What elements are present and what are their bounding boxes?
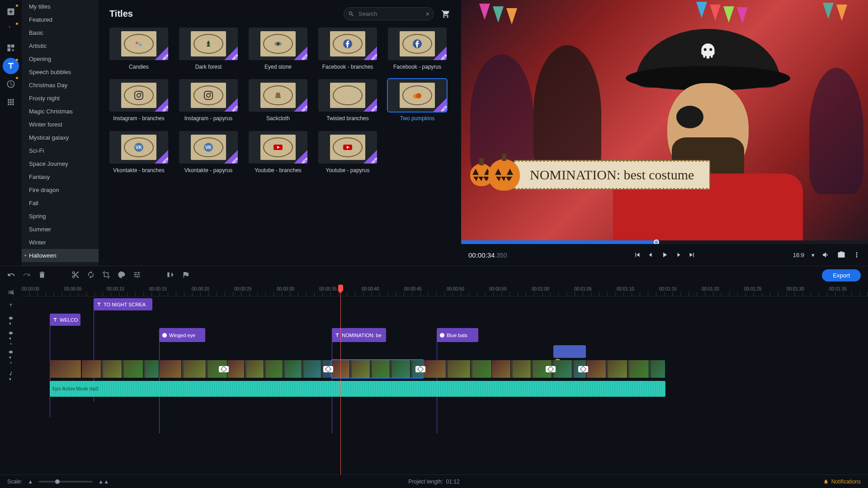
- category-item[interactable]: Basic: [22, 26, 99, 39]
- camera-icon[interactable]: [837, 251, 845, 259]
- rail-effects-button[interactable]: [3, 22, 19, 38]
- transition-marker[interactable]: [219, 366, 229, 372]
- category-item[interactable]: Featured: [22, 13, 99, 26]
- category-item[interactable]: Halloween: [22, 249, 99, 262]
- cart-icon[interactable]: [441, 9, 450, 19]
- audio-track[interactable]: Epic Action Movie mp3: [22, 380, 868, 398]
- category-item[interactable]: Magic Christmas: [22, 105, 99, 118]
- video-clip[interactable]: [424, 360, 491, 378]
- title-tile[interactable]: VKVkontakte - papyrus: [179, 131, 238, 174]
- play-icon[interactable]: [660, 251, 669, 259]
- category-item[interactable]: Summer: [22, 223, 99, 236]
- sticker-track[interactable]: Winged eyeNOMINATION: beBlue bats: [22, 327, 868, 343]
- marker-button[interactable]: [182, 271, 190, 280]
- color-button[interactable]: [118, 271, 126, 280]
- cut-button[interactable]: [71, 271, 80, 280]
- category-item[interactable]: Mystical galaxy: [22, 131, 99, 144]
- video-clip[interactable]: [82, 360, 159, 378]
- export-button[interactable]: Export: [822, 269, 861, 282]
- title-tile[interactable]: Eyed stone: [249, 28, 307, 70]
- add-track-button[interactable]: [0, 286, 22, 298]
- rail-more-button[interactable]: [3, 94, 19, 110]
- zoom-out-icon[interactable]: ▲: [28, 479, 33, 485]
- title-tile[interactable]: Dark forest: [179, 28, 238, 70]
- title-tile[interactable]: Youtube - branches: [249, 131, 307, 174]
- category-item[interactable]: My titles: [22, 0, 99, 13]
- rotate-button[interactable]: [87, 271, 95, 280]
- search-clear-icon[interactable]: ×: [426, 10, 429, 18]
- title-tile[interactable]: Youtube - papyrus: [318, 131, 377, 174]
- category-item[interactable]: Fantasy: [22, 170, 99, 183]
- title-tile[interactable]: Instagram - branches: [109, 79, 168, 122]
- adjust-button[interactable]: [133, 271, 141, 280]
- category-item[interactable]: Frosty night: [22, 92, 99, 105]
- sticker-clip[interactable]: Blue bats: [437, 328, 478, 342]
- title-tile[interactable]: VKVkontakte - branches: [109, 131, 168, 174]
- category-item[interactable]: Opening: [22, 52, 99, 66]
- aspect-ratio-label[interactable]: 16:9: [793, 252, 804, 258]
- undo-button[interactable]: [7, 271, 15, 280]
- prev-frame-icon[interactable]: [647, 251, 655, 259]
- title-tile[interactable]: Sackcloth: [249, 79, 307, 122]
- transition-marker[interactable]: [323, 366, 333, 372]
- overlay-track[interactable]: 🎃: [22, 343, 868, 360]
- rail-stickers-button[interactable]: [3, 76, 19, 92]
- video-clip[interactable]: [159, 360, 227, 378]
- crop-button[interactable]: [102, 271, 110, 280]
- video-clip[interactable]: [492, 360, 586, 378]
- notifications-button[interactable]: Notifications: [823, 479, 861, 485]
- rail-titles-button[interactable]: [3, 58, 19, 74]
- timeline-ruler[interactable]: 00:00:0000:00:0500:00:1000:00:1500:00:20…: [22, 285, 868, 296]
- delete-button[interactable]: [38, 271, 46, 280]
- audio-clip[interactable]: Epic Action Movie mp3: [50, 381, 665, 397]
- category-item[interactable]: Sci-Fi: [22, 144, 99, 157]
- scale-slider[interactable]: [38, 481, 93, 483]
- video-clip[interactable]: [586, 360, 665, 378]
- redo-button[interactable]: [23, 271, 31, 280]
- category-item[interactable]: Space Journey: [22, 157, 99, 170]
- title-clip[interactable]: NOMINATION: be: [332, 328, 386, 342]
- rail-import-button[interactable]: [3, 4, 19, 20]
- category-item[interactable]: Fire dragon: [22, 183, 99, 197]
- category-item[interactable]: Winter forest: [22, 118, 99, 131]
- audio-track-controls[interactable]: [0, 367, 22, 386]
- rail-transitions-button[interactable]: [3, 40, 19, 56]
- title-tile[interactable]: Facebook - papyrus: [388, 28, 447, 70]
- title-track[interactable]: WELCO: [22, 313, 868, 327]
- overlay-track-controls[interactable]: [0, 329, 22, 348]
- video-track-controls[interactable]: [0, 348, 22, 367]
- title-tile[interactable]: Twisted branches: [318, 79, 377, 122]
- category-item[interactable]: Speech bubbles: [22, 66, 99, 79]
- playhead[interactable]: [340, 285, 341, 474]
- category-item[interactable]: Fall: [22, 197, 99, 210]
- title-tile[interactable]: Instagram - papyrus: [179, 79, 238, 122]
- category-item[interactable]: Christmas Day: [22, 79, 99, 92]
- sticker-track-controls[interactable]: [0, 313, 22, 329]
- chevron-down-icon[interactable]: ▾: [811, 252, 815, 258]
- video-clip[interactable]: [332, 360, 423, 378]
- video-clip[interactable]: [227, 360, 331, 378]
- search-input[interactable]: [344, 7, 434, 20]
- title-tile[interactable]: Two pumpkins: [388, 79, 447, 122]
- sticker-clip[interactable]: Winged eye: [159, 328, 205, 342]
- title-track-controls[interactable]: [0, 298, 22, 313]
- preview-scrubber[interactable]: [461, 240, 868, 244]
- volume-icon[interactable]: [822, 251, 830, 259]
- overlay-clip[interactable]: [553, 345, 586, 358]
- zoom-in-icon[interactable]: ▲▲: [98, 479, 109, 485]
- prev-clip-icon[interactable]: [633, 251, 642, 259]
- category-item[interactable]: Winter: [22, 236, 99, 249]
- transition-marker[interactable]: [578, 366, 588, 372]
- title-tile[interactable]: Facebook - branches: [318, 28, 377, 70]
- title-clip[interactable]: TO NIGHT SCREA: [94, 298, 152, 310]
- next-clip-icon[interactable]: [688, 251, 696, 259]
- title-clip[interactable]: WELCO: [50, 314, 80, 326]
- category-item[interactable]: Artistic: [22, 39, 99, 52]
- more-icon[interactable]: [853, 251, 861, 259]
- title-track-upper[interactable]: TO NIGHT SCREA: [22, 297, 868, 312]
- next-frame-icon[interactable]: [674, 251, 682, 259]
- title-tile[interactable]: Candies: [109, 28, 168, 70]
- transition-marker[interactable]: [546, 366, 556, 372]
- video-clip[interactable]: [50, 360, 81, 378]
- transition-button[interactable]: [166, 271, 175, 280]
